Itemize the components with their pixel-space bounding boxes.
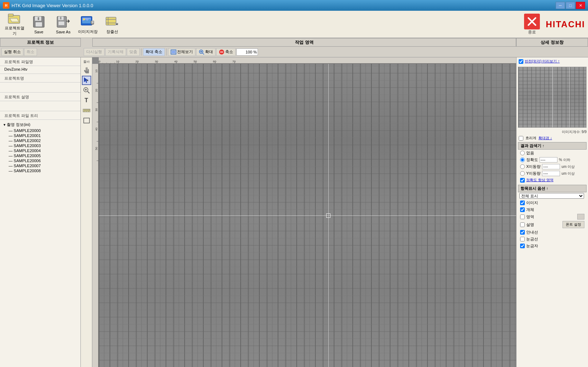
- cancel-button[interactable]: 취소: [24, 48, 37, 56]
- accuracy-always-label[interactable]: 정확도 항상 영역: [526, 178, 554, 183]
- save-as-button[interactable]: Save As: [52, 12, 75, 37]
- svg-text:30: 30: [95, 108, 98, 111]
- object-checkbox[interactable]: [520, 207, 525, 212]
- guide-icon: ▼: [105, 14, 119, 28]
- project-name-value-field: [0, 83, 80, 93]
- magnifier-link[interactable]: 확대경 ↓: [538, 136, 552, 141]
- ruler-tool-button[interactable]: [82, 106, 91, 115]
- action-toolbar: 실행 취소 취소 다시실행 기록삭제 맞춤 확대 축소 전체보기 확대 축소 1…: [0, 47, 588, 57]
- image-save-button[interactable]: 이미지저장: [76, 12, 99, 37]
- y-input[interactable]: ----: [542, 171, 560, 176]
- svg-rect-5: [38, 17, 39, 20]
- desc-checkbox[interactable]: [520, 222, 525, 227]
- hand-tool-button[interactable]: [82, 66, 91, 75]
- magnifier-row: 흐리게 확대경 ↓: [517, 135, 588, 141]
- radio-none[interactable]: [520, 151, 525, 155]
- radio-accuracy[interactable]: [520, 157, 525, 162]
- preview-guide: [552, 67, 553, 127]
- image-checkbox[interactable]: [520, 201, 525, 205]
- tree-item-2[interactable]: — SAMPLE20002: [7, 138, 79, 143]
- result-section: 결과 검색기 ↑ 없음 정확도 ---- % 이하 X이동량 ---- um 이…: [518, 142, 587, 183]
- preview-checkbox[interactable]: [519, 59, 523, 64]
- zoom-value-input[interactable]: 100 %: [236, 48, 258, 56]
- preview-image: [518, 67, 586, 127]
- svg-rect-23: [172, 51, 175, 53]
- exit-label: 종료: [528, 29, 536, 35]
- radio-y[interactable]: [520, 171, 525, 176]
- tree-item-7[interactable]: — SAMPLE20007: [7, 163, 79, 168]
- save-button[interactable]: Save: [27, 12, 50, 37]
- open-project-button[interactable]: 프로젝트열기: [3, 12, 26, 37]
- area-checkbox[interactable]: [520, 215, 525, 219]
- preview-checkbox-label: 반전(외각) 미리보기 ↑: [525, 59, 560, 64]
- file-tree-label: 프로젝트 파일 트리: [1, 112, 79, 119]
- main-toolbar: 프로젝트열기 Save Save As: [0, 11, 588, 38]
- tree-root[interactable]: ▼ 촬영 정보(ini): [1, 121, 79, 128]
- minimize-button[interactable]: ─: [556, 2, 565, 9]
- ruler-checkbox[interactable]: [520, 244, 525, 248]
- guide-button[interactable]: ▼ 장줄선: [101, 12, 124, 37]
- run-button[interactable]: 실행 취소: [1, 48, 23, 56]
- zoom-tool-button[interactable]: [82, 86, 91, 95]
- open-label: 프로젝트열기: [3, 25, 26, 36]
- tree-item-3[interactable]: — SAMPLE20003: [7, 143, 79, 148]
- blur-checkbox[interactable]: [519, 136, 523, 141]
- svg-text:60: 60: [213, 60, 216, 63]
- image-area[interactable]: 0 10 20 30 40 50 60 70: [92, 57, 516, 367]
- project-name-field: 프로젝트명: [0, 74, 80, 83]
- display-dropdown[interactable]: 전체 표시: [519, 193, 584, 199]
- project-desc-field: 프로젝트 설명: [0, 93, 80, 101]
- tree-item-5[interactable]: — SAMPLE20005: [7, 153, 79, 158]
- zoom-out-button[interactable]: 축소: [216, 48, 236, 56]
- exit-area: 종료: [521, 14, 543, 35]
- accuracy-always-checkbox[interactable]: [520, 178, 525, 183]
- desc-label: 설명: [526, 222, 534, 227]
- grid-checkbox[interactable]: [520, 237, 525, 241]
- guide-checkbox-row: 안내선: [518, 229, 587, 236]
- radio-y-row: Y이동량 ---- um 이상: [518, 170, 587, 177]
- crosshair-marker: [326, 213, 330, 218]
- radio-x[interactable]: [520, 164, 525, 169]
- select-tool-button[interactable]: [82, 76, 91, 85]
- area-label: 영역: [526, 214, 534, 220]
- display-section-header[interactable]: 항목표시 옵션 ↑: [518, 185, 587, 192]
- svg-text:0: 0: [99, 60, 101, 63]
- x-input[interactable]: ----: [542, 164, 560, 169]
- svg-text:10: 10: [116, 60, 119, 63]
- zoom-fit-button[interactable]: 확대 축소: [143, 48, 165, 56]
- zoom-in-button[interactable]: 확대: [196, 48, 216, 56]
- result-section-header[interactable]: 결과 검색기 ↑: [518, 142, 587, 150]
- rect-tool-button[interactable]: [82, 116, 91, 125]
- svg-text:50: 50: [95, 147, 98, 150]
- horizontal-guide: [99, 216, 516, 216]
- radio-y-label: Y이동량: [526, 171, 541, 176]
- restore-button[interactable]: □: [566, 2, 575, 9]
- tree-item-0[interactable]: — SAMPLE20000: [7, 128, 79, 133]
- right-panel: 반전(외각) 미리보기 ↑ 이미지개수: 9/9 흐리게 확대경 ↓ 결과 검색…: [516, 57, 588, 367]
- delete-button[interactable]: 기록삭제: [105, 48, 126, 56]
- tree-item-4[interactable]: — SAMPLE20004: [7, 148, 79, 153]
- accuracy-input[interactable]: ----: [540, 157, 557, 163]
- x-unit: um 이상: [561, 164, 575, 169]
- main-layout: 프로젝트 파일명 DevZone.Htv 프로젝트명 프로젝트 설명 프로젝트 …: [0, 57, 588, 367]
- font-button[interactable]: 폰트 설정: [562, 221, 584, 228]
- main-canvas[interactable]: [99, 64, 516, 367]
- text-tool-button[interactable]: T: [82, 96, 91, 105]
- center-section-header: 작업 영역: [92, 38, 516, 47]
- fit-button[interactable]: 맞춤: [127, 48, 140, 56]
- app-title: HTK Grid Image Viewer Version 1.0.0.0: [11, 3, 93, 8]
- redo-button[interactable]: 다시실행: [84, 48, 105, 56]
- file-tree-label-field: 프로젝트 파일 트리: [0, 111, 80, 120]
- tree-item-8[interactable]: — SAMPLE20008: [7, 168, 79, 173]
- view-all-button[interactable]: 전체보기: [168, 48, 195, 56]
- project-name-label: 프로젝트명: [1, 75, 79, 81]
- tree-item-6[interactable]: — SAMPLE20006: [7, 158, 79, 163]
- svg-text:70: 70: [232, 60, 236, 63]
- grid-label: 눈금선: [526, 236, 538, 242]
- tree-item-1[interactable]: — SAMPLE20001: [7, 133, 79, 138]
- close-button[interactable]: ✕: [576, 2, 585, 9]
- svg-line-31: [88, 91, 89, 93]
- exit-icon: [524, 14, 540, 29]
- guide-line-checkbox[interactable]: [520, 230, 525, 235]
- radio-x-label: X이동량: [526, 164, 541, 169]
